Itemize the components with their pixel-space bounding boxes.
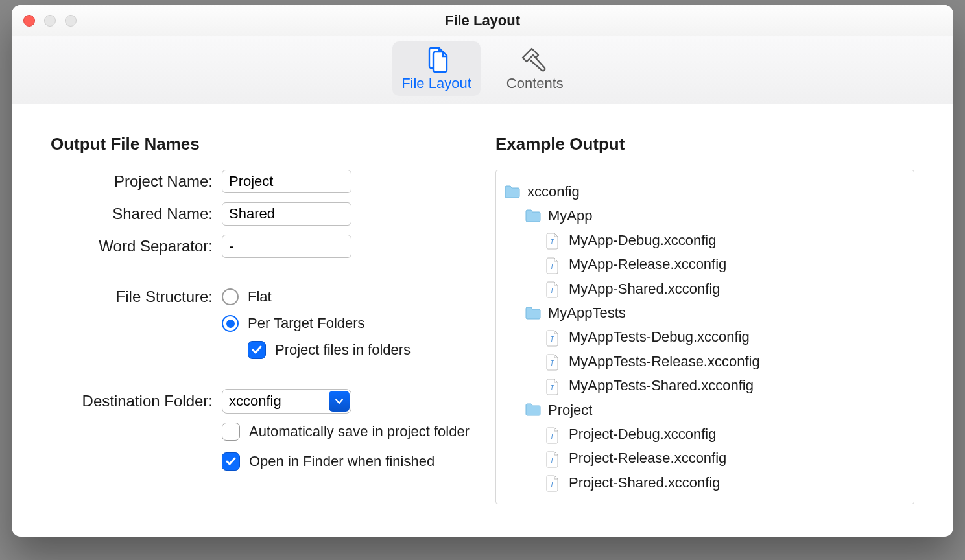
toolbar: File Layout Contents xyxy=(12,36,953,104)
file-icon: T xyxy=(545,330,562,344)
tab-contents[interactable]: Contents xyxy=(497,41,573,96)
file-structure-flat-radio[interactable] xyxy=(222,288,239,305)
file-icon: T xyxy=(545,379,562,393)
file-icon: T xyxy=(545,233,562,247)
tree-file[interactable]: TMyApp-Shared.xcconfig xyxy=(545,277,906,301)
auto-save-label: Automatically save in project folder xyxy=(249,423,470,440)
folder-icon xyxy=(525,209,542,223)
tree-file[interactable]: TProject-Shared.xcconfig xyxy=(545,471,906,495)
tree-file[interactable]: TMyAppTests-Debug.xcconfig xyxy=(545,325,906,349)
word-separator-input[interactable] xyxy=(222,235,351,258)
svg-text:T: T xyxy=(550,287,554,294)
project-files-in-folders-label: Project files in folders xyxy=(275,342,411,358)
file-icon: T xyxy=(545,451,562,465)
destination-folder-disclosure[interactable] xyxy=(329,391,350,412)
file-structure-per-target-radio[interactable] xyxy=(222,315,239,332)
folder-icon xyxy=(525,402,542,417)
file-structure-label: File Structure: xyxy=(51,288,213,306)
folder-icon xyxy=(504,185,521,199)
open-in-finder-label: Open in Finder when finished xyxy=(249,453,435,470)
shared-name-label: Shared Name: xyxy=(51,205,213,223)
close-window-button[interactable] xyxy=(23,15,35,27)
tree-folder[interactable]: Project xyxy=(525,398,906,422)
svg-text:T: T xyxy=(550,336,554,343)
file-structure-per-target-label: Per Target Folders xyxy=(248,315,365,332)
file-icon: T xyxy=(545,257,562,272)
file-icon: T xyxy=(545,427,562,441)
svg-text:T: T xyxy=(550,263,554,270)
tree-folder[interactable]: MyAppTests xyxy=(525,301,906,325)
example-output-tree: xcconfigMyAppTMyApp-Debug.xcconfigTMyApp… xyxy=(495,170,914,504)
tab-file-layout[interactable]: File Layout xyxy=(392,41,481,96)
window-title: File Layout xyxy=(445,12,520,29)
folder-icon xyxy=(525,306,542,320)
svg-text:T: T xyxy=(550,481,554,488)
svg-text:T: T xyxy=(550,457,554,464)
tree-file[interactable]: TMyApp-Release.xcconfig xyxy=(545,252,906,276)
titlebar: File Layout xyxy=(12,5,953,36)
tree-folder[interactable]: MyApp xyxy=(525,204,906,228)
hammer-icon xyxy=(519,45,551,74)
svg-text:T: T xyxy=(550,239,554,246)
tree-file[interactable]: TMyApp-Debug.xcconfig xyxy=(545,228,906,252)
tree-folder-root[interactable]: xcconfig xyxy=(504,180,906,204)
svg-text:T: T xyxy=(550,433,554,440)
file-icon: T xyxy=(545,281,562,296)
chevron-down-icon xyxy=(335,397,344,406)
svg-text:T: T xyxy=(550,384,554,391)
file-icon: T xyxy=(545,354,562,368)
project-name-input[interactable] xyxy=(222,170,351,193)
file-icon: T xyxy=(545,475,562,489)
zoom-window-button[interactable] xyxy=(65,15,77,27)
minimize-window-button[interactable] xyxy=(44,15,56,27)
section-example-output: Example Output xyxy=(495,134,914,154)
documents-icon xyxy=(421,45,452,74)
svg-text:T: T xyxy=(550,360,554,367)
preferences-window: File Layout File Layout Contents xyxy=(12,5,953,537)
tree-file[interactable]: TMyAppTests-Release.xcconfig xyxy=(545,349,906,373)
project-name-label: Project Name: xyxy=(51,172,213,191)
section-output-file-names: Output File Names xyxy=(51,134,470,154)
tree-file[interactable]: TProject-Release.xcconfig xyxy=(545,446,906,470)
shared-name-input[interactable] xyxy=(222,202,351,226)
destination-folder-label: Destination Folder: xyxy=(51,392,213,410)
tree-file[interactable]: TMyAppTests-Shared.xcconfig xyxy=(545,373,906,397)
word-separator-label: Word Separator: xyxy=(51,237,213,255)
project-files-in-folders-checkbox[interactable] xyxy=(248,341,266,359)
open-in-finder-checkbox[interactable] xyxy=(222,452,240,471)
file-structure-flat-label: Flat xyxy=(248,288,272,305)
auto-save-checkbox[interactable] xyxy=(222,423,240,441)
tree-file[interactable]: TProject-Debug.xcconfig xyxy=(545,422,906,446)
